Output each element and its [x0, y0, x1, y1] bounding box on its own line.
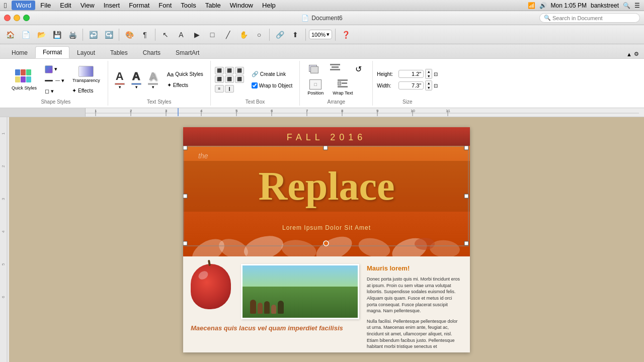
home-btn[interactable]: 🏠 [3, 28, 17, 42]
redo-btn[interactable]: ↪️ [102, 28, 116, 42]
effects-shape-btn[interactable]: ✦ Effects [69, 86, 104, 96]
align-top-right[interactable]: ⬛ [235, 67, 244, 74]
tab-layout[interactable]: Layout [69, 46, 103, 58]
transparency-btn[interactable]: Transparency [69, 64, 104, 85]
column-btn2[interactable]: ‖ [225, 85, 234, 93]
menu-font[interactable]: Font [154, 1, 176, 10]
apple-menu[interactable]:  [4, 1, 7, 10]
search-in-document-input[interactable] [552, 15, 635, 21]
shadow-dropdown[interactable]: ▾ [51, 88, 54, 95]
ribbon-collapse-btn[interactable]: ▲ [626, 51, 632, 57]
wrap-text-btn[interactable]: Wrap Text [329, 77, 356, 98]
fill-dropdown[interactable]: ▾ [54, 66, 57, 72]
menu-file[interactable]: File [36, 1, 55, 10]
rotate-flip-btn[interactable]: ↺ [348, 62, 368, 76]
arrow-tool[interactable]: ↖ [158, 28, 173, 42]
text-quick-styles-btn[interactable]: Aa Quick Styles [164, 70, 206, 79]
line-btn[interactable]: ╱ [221, 28, 235, 42]
width-down[interactable]: ▼ [426, 85, 432, 90]
tab-home[interactable]: Home [4, 46, 35, 58]
text-effects-btn[interactable]: ✦ Effects [164, 80, 206, 90]
width-input[interactable] [398, 81, 424, 89]
open-btn[interactable]: 📂 [34, 28, 48, 42]
hand-btn[interactable]: ✋ [236, 28, 251, 42]
circle-btn[interactable]: ○ [252, 28, 266, 42]
align-mid-left[interactable]: ⬛ [215, 75, 224, 83]
height-down[interactable]: ▼ [426, 74, 432, 78]
shadow-btn[interactable]: ◻ ▾ [42, 86, 67, 96]
align-mid-center[interactable]: ⬛ [225, 75, 234, 83]
text-shadow-btn[interactable]: A ▾ [145, 68, 160, 91]
create-link-btn[interactable]: 🔗 Create Link [249, 69, 296, 79]
text-styles-label: Text Styles [108, 99, 210, 105]
print-btn[interactable]: 🖨️ [65, 28, 79, 42]
lock-aspect-icon[interactable]: ⊡ [434, 71, 438, 77]
tab-tables[interactable]: Tables [103, 46, 135, 58]
zoom-control[interactable]: 100% ▾ [309, 30, 332, 39]
align-top-center[interactable]: ⬛ [225, 67, 234, 74]
search-in-document-box[interactable]: 🔍 [539, 13, 640, 23]
media-btn[interactable]: ▶ [190, 28, 204, 42]
quick-styles-btn[interactable]: Quick Styles [8, 67, 40, 93]
link-btn[interactable]: 🔗 [273, 28, 287, 42]
ribbon-group-size: Height: ▲ ▼ ⊡ Width: ▲ ▼ [373, 61, 442, 106]
wrap-to-object-btn[interactable]: Wrap to Object [249, 81, 296, 90]
position-btn[interactable]: □ Position [304, 77, 327, 98]
help-btn[interactable]: ❓ [339, 28, 353, 42]
align-mid-right[interactable]: ⬛ [235, 75, 244, 83]
wrap-to-object-label: Wrap to Object [259, 83, 293, 88]
menu-word[interactable]: Word [12, 1, 35, 10]
text-tool[interactable]: A [174, 28, 188, 42]
arrange-order-btn[interactable] [304, 62, 324, 76]
text-shadow-dropdown[interactable]: ▾ [152, 85, 154, 89]
menu-edit[interactable]: Edit [56, 1, 75, 10]
height-input[interactable] [398, 70, 424, 78]
save-btn[interactable]: 💾 [50, 28, 64, 42]
volume-icon: 🔊 [539, 2, 547, 9]
shape-rect-btn[interactable]: □ [205, 28, 219, 42]
text-outline-dropdown[interactable]: ▾ [135, 85, 137, 89]
menu-view[interactable]: View [76, 1, 99, 10]
menu-insert[interactable]: Insert [100, 1, 124, 10]
line-dropdown[interactable]: ▾ [61, 77, 64, 84]
share-btn[interactable]: ⬆ [288, 28, 302, 42]
search-menubar-icon[interactable]: 🔍 [623, 2, 630, 9]
paragraph-marks-btn[interactable]: ¶ [138, 28, 152, 42]
text-outline-btn[interactable]: A ▾ [129, 68, 144, 91]
ribbon-group-text-styles: A ▾ A ▾ A ▾ Aa [108, 61, 211, 106]
tab-format[interactable]: Format [35, 46, 69, 58]
height-up[interactable]: ▲ [426, 69, 432, 74]
menu-help[interactable]: Help [258, 1, 280, 10]
fill-color-btn[interactable]: ▾ [42, 64, 67, 75]
close-button[interactable] [4, 15, 11, 21]
align-distribute-btn[interactable] [326, 62, 346, 76]
height-stepper[interactable]: ▲ ▼ [425, 69, 432, 79]
paint-btn[interactable]: 🎨 [122, 28, 136, 42]
wrap-checkbox[interactable] [252, 82, 258, 88]
menu-tools[interactable]: Tools [177, 1, 200, 10]
width-up[interactable]: ▲ [426, 81, 432, 85]
line-color-btn[interactable]: — ▾ [42, 76, 67, 85]
menu-window[interactable]: Window [226, 1, 257, 10]
minimize-button[interactable] [14, 15, 20, 21]
separator6 [335, 29, 336, 41]
text-fill-dropdown[interactable]: ▾ [119, 85, 121, 89]
align-top-left[interactable]: ⬛ [215, 67, 224, 74]
new-doc-btn[interactable]: 📄 [19, 28, 33, 42]
sidebar-icon[interactable]: ☰ [634, 2, 640, 9]
ribbon-settings-btn[interactable]: ⚙ [634, 51, 639, 57]
column-btn1[interactable]: ≡ [215, 85, 224, 93]
width-stepper[interactable]: ▲ ▼ [425, 80, 432, 90]
svg-text:8: 8 [341, 109, 344, 113]
undo-btn[interactable]: ↩️ [86, 28, 100, 42]
maximize-button[interactable] [23, 15, 30, 21]
lock-proportional-icon[interactable]: ⊡ [434, 83, 438, 88]
ribbon-tab-bar: Home Format Layout Tables Charts SmartAr… [0, 44, 644, 58]
tab-smartart[interactable]: SmartArt [168, 46, 207, 58]
svg-point-51 [415, 238, 435, 250]
tab-charts[interactable]: Charts [135, 46, 168, 58]
text-fill-btn[interactable]: A ▾ [112, 68, 127, 91]
menu-table[interactable]: Table [201, 1, 225, 10]
zoom-dropdown-icon[interactable]: ▾ [327, 31, 330, 38]
menu-format[interactable]: Format [125, 1, 153, 10]
